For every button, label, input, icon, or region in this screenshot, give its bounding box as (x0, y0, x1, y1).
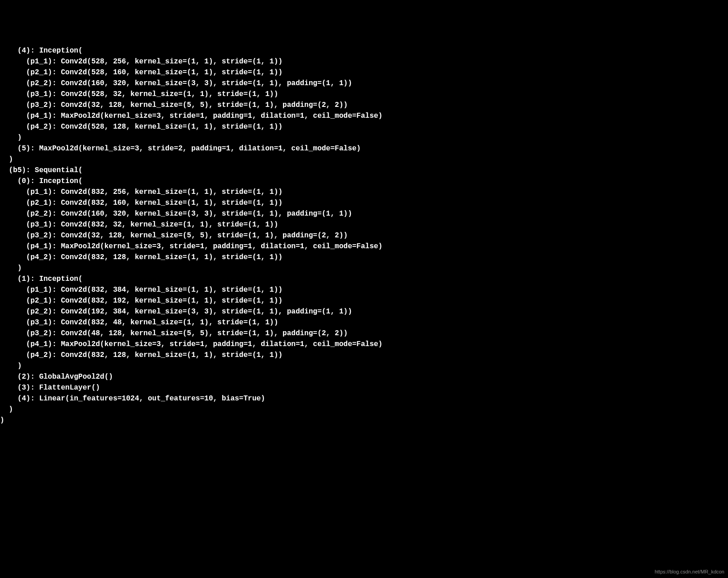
terminal-line: (2): GlobalAvgPool2d() (0, 371, 728, 382)
terminal-line: (p2_1): Conv2d(528, 160, kernel_size=(1,… (0, 67, 728, 78)
terminal-line: (4): Linear(in_features=1024, out_featur… (0, 393, 728, 404)
terminal-line: ) (0, 415, 728, 426)
terminal-line: (b5): Sequential( (0, 165, 728, 176)
terminal-line: ) (0, 263, 728, 274)
terminal-line: ) (0, 404, 728, 415)
terminal-line: (p3_1): Conv2d(832, 32, kernel_size=(1, … (0, 219, 728, 230)
terminal-line: (p2_2): Conv2d(160, 320, kernel_size=(3,… (0, 78, 728, 89)
terminal-line: (p1_1): Conv2d(832, 384, kernel_size=(1,… (0, 284, 728, 295)
terminal-line: (p4_1): MaxPool2d(kernel_size=3, stride=… (0, 111, 728, 121)
terminal-line: (p2_1): Conv2d(832, 160, kernel_size=(1,… (0, 197, 728, 208)
terminal-line: ) (0, 361, 728, 371)
terminal-line: (5): MaxPool2d(kernel_size=3, stride=2, … (0, 143, 728, 154)
terminal-line: (p4_2): Conv2d(832, 128, kernel_size=(1,… (0, 252, 728, 263)
terminal-line: (4): Inception( (0, 45, 728, 56)
terminal-line: (p2_2): Conv2d(192, 384, kernel_size=(3,… (0, 306, 728, 317)
terminal-line: (p2_2): Conv2d(160, 320, kernel_size=(3,… (0, 208, 728, 219)
terminal-line: (p1_1): Conv2d(528, 256, kernel_size=(1,… (0, 56, 728, 67)
terminal-line: (3): FlattenLayer() (0, 382, 728, 393)
terminal-line: (p3_2): Conv2d(32, 128, kernel_size=(5, … (0, 100, 728, 111)
terminal-line: (p1_1): Conv2d(832, 256, kernel_size=(1,… (0, 187, 728, 197)
terminal-line: (p2_1): Conv2d(832, 192, kernel_size=(1,… (0, 295, 728, 306)
terminal-line: (p3_1): Conv2d(528, 32, kernel_size=(1, … (0, 89, 728, 100)
terminal-line: ) (0, 132, 728, 143)
terminal-line: (p4_1): MaxPool2d(kernel_size=3, stride=… (0, 241, 728, 252)
terminal-line: (1): Inception( (0, 274, 728, 284)
terminal-line: (p4_1): MaxPool2d(kernel_size=3, stride=… (0, 339, 728, 350)
terminal-line: ) (0, 154, 728, 165)
terminal-line: (p3_2): Conv2d(32, 128, kernel_size=(5, … (0, 230, 728, 241)
terminal-output: (4): Inception( (p1_1): Conv2d(528, 256,… (0, 43, 728, 428)
terminal-line: (0): Inception( (0, 176, 728, 187)
terminal-line: (p3_1): Conv2d(832, 48, kernel_size=(1, … (0, 317, 728, 328)
terminal-line: (p4_2): Conv2d(528, 128, kernel_size=(1,… (0, 121, 728, 132)
terminal-line: (p3_2): Conv2d(48, 128, kernel_size=(5, … (0, 328, 728, 339)
terminal-line: (p4_2): Conv2d(832, 128, kernel_size=(1,… (0, 350, 728, 361)
